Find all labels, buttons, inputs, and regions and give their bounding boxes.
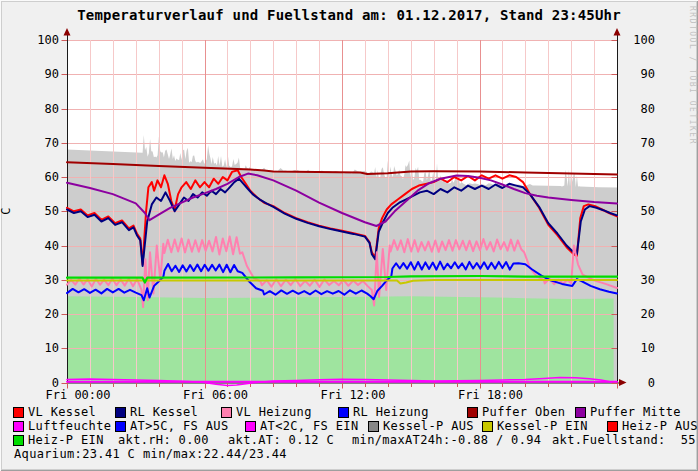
y-tick-label-10: 10: [19, 341, 59, 355]
legend-label: Puffer Oben: [482, 406, 565, 419]
legend-swatch-rl-kessel: [115, 407, 126, 418]
legend-text-min-maxat24h-0-88-0-94: min/maxAT24h:-0.88 / 0.94: [352, 434, 541, 447]
y-tick-label-80: 80: [19, 102, 59, 116]
y-tick-label-100: 100: [615, 33, 655, 47]
legend-item-vl-heizung: VL Heizung: [221, 406, 312, 419]
y-tick-label-40: 40: [19, 239, 59, 253]
y-tick-label-20: 20: [615, 307, 655, 321]
legend-item-heiz-p-aus: Heiz-P AUS: [607, 420, 698, 433]
x-tick-label-18: Fri 18:00: [441, 388, 541, 402]
legend-label: AT>5C, FS AUS: [130, 420, 228, 433]
legend-swatch-rl-heizung: [338, 407, 349, 418]
x-tick-label-6: Fri 06:00: [166, 388, 266, 402]
series-area-fuellstand: [67, 135, 617, 383]
legend-item-heiz-p-ein: Heiz-P EIN: [13, 434, 104, 447]
legend-swatch-kessel-p-aus: [368, 421, 379, 432]
legend-label: Kessel-P AUS: [383, 420, 474, 433]
rrdtool-watermark: RRDTOOL / TOBI OETIKER: [688, 6, 697, 145]
legend-swatch-vl-heizung: [221, 407, 232, 418]
y-tick-label-40: 40: [615, 239, 655, 253]
series-line-puffer-mitte: [67, 174, 617, 226]
legend-label: akt.AT: 0.12 C: [228, 434, 334, 447]
legend-item-luftfeuchte: Luftfeuchte: [13, 420, 111, 433]
legend-item-at-2c-fs-ein: AT<2C, FS EIN: [245, 420, 358, 433]
legend-label: akt.rH: 0.00: [118, 434, 209, 447]
graph-title: Temperaturverlauf und Fuellstand am: 01.…: [0, 7, 698, 23]
rrdtool-graph: Temperaturverlauf und Fuellstand am: 01.…: [0, 0, 698, 471]
x-tick-label-0: Fri 00:00: [28, 388, 128, 402]
legend-label: Heiz-P EIN: [28, 434, 104, 447]
legend-item-at-5c-fs-aus: AT>5C, FS AUS: [115, 420, 228, 433]
legend-label: RL Heizung: [353, 406, 429, 419]
y-tick-label-100: 100: [19, 33, 59, 47]
legend-label: Puffer Mitte: [590, 406, 681, 419]
legend-swatch-luftfeuchte: [13, 421, 24, 432]
y-tick-label-0: 0: [615, 376, 655, 390]
legend-item-kessel-p-aus: Kessel-P AUS: [368, 420, 474, 433]
legend-swatch-kessel-p-ein: [482, 421, 493, 432]
y-tick-label-50: 50: [615, 204, 655, 218]
legend-swatch-at-5c-fs-aus: [115, 421, 126, 432]
series-line-puffer-oben: [67, 162, 617, 174]
y-axis-unit-label: C: [0, 191, 13, 231]
legend-swatch-heiz-p-ein: [13, 435, 24, 446]
legend-label: Luftfeuchte: [28, 420, 111, 433]
series-line-vl-kessel: [67, 170, 617, 264]
legend-item-rl-kessel: RL Kessel: [115, 406, 198, 419]
legend-swatch-puffer-mitte: [575, 407, 586, 418]
y-tick-label-30: 30: [19, 273, 59, 287]
y-tick-label-30: 30: [615, 273, 655, 287]
x-tick-label-12: Fri 12:00: [303, 388, 403, 402]
legend-swatch-at-2c-fs-ein: [245, 421, 256, 432]
y-tick-label-90: 90: [615, 67, 655, 81]
legend-swatch-heiz-p-aus: [607, 421, 618, 432]
legend-label: RL Kessel: [130, 406, 198, 419]
series-area-aquarium: [67, 296, 614, 382]
y-tick-label-50: 50: [19, 204, 59, 218]
legend-text-akt-at-0-12-c: akt.AT: 0.12 C: [228, 434, 334, 447]
y-tick-label-80: 80: [615, 102, 655, 116]
legend-label: VL Kessel: [28, 406, 96, 419]
series-line-rl-heizung: [67, 262, 617, 301]
legend-label: min/maxAT24h:-0.88 / 0.94: [352, 434, 541, 447]
y-tick-label-90: 90: [19, 67, 59, 81]
legend-swatch-puffer-oben: [467, 407, 478, 418]
legend-label: Kessel-P EIN: [497, 420, 588, 433]
y-tick-label-10: 10: [615, 341, 655, 355]
legend-label: AT<2C, FS EIN: [260, 420, 358, 433]
legend-item-kessel-p-ein: Kessel-P EIN: [482, 420, 588, 433]
legend-item-rl-heizung: RL Heizung: [338, 406, 429, 419]
y-tick-label-60: 60: [615, 170, 655, 184]
legend-text-min-max-22-44-23-44: min/max:22.44/23.44: [143, 448, 287, 461]
legend-item-vl-kessel: VL Kessel: [13, 406, 96, 419]
legend-label: min/max:22.44/23.44: [143, 448, 287, 461]
y-tick-label-70: 70: [19, 136, 59, 150]
legend-swatch-vl-kessel: [13, 407, 24, 418]
legend-label: VL Heizung: [236, 406, 312, 419]
legend-label: akt.Fuellstand: 55: [552, 434, 696, 447]
legend-item-puffer-mitte: Puffer Mitte: [575, 406, 681, 419]
legend-text-akt-rh-0-00: akt.rH: 0.00: [118, 434, 209, 447]
y-tick-label-60: 60: [19, 170, 59, 184]
series-line-rl-kessel: [67, 179, 617, 266]
series-line-heiz-p-ein: [67, 276, 617, 283]
legend-text-akt-fuellstand-55: akt.Fuellstand: 55: [552, 434, 696, 447]
legend-label: Heiz-P AUS: [622, 420, 698, 433]
series-line-vl-heizung: [67, 237, 617, 308]
legend-item-puffer-oben: Puffer Oben: [467, 406, 565, 419]
series-line-aussentemperatur-at: [67, 378, 611, 386]
y-tick-label-20: 20: [19, 307, 59, 321]
series-line-kessel-p-ein: [67, 280, 617, 283]
y-tick-label-70: 70: [615, 136, 655, 150]
legend-text-aquarium-23-41-c: Aquarium:23.41 C: [14, 448, 135, 461]
legend-label: Aquarium:23.41 C: [14, 448, 135, 461]
